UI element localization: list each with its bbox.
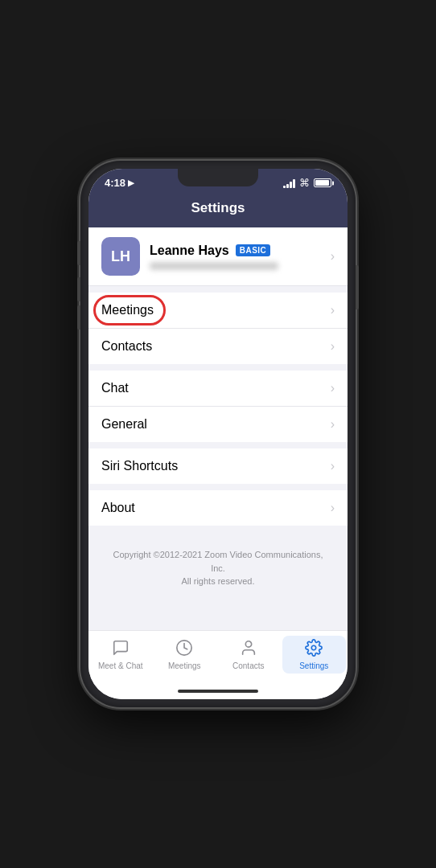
settings-tab-label: Settings [299,661,328,670]
meet-chat-label: Meet & Chat [98,661,143,670]
home-bar [178,690,258,693]
meetings-label: Meetings [101,303,154,317]
meetings-tab-label: Meetings [168,661,201,670]
svg-point-1 [245,641,251,647]
contacts-label: Contacts [101,339,152,354]
menu-item-contacts[interactable]: Contacts › [88,329,348,364]
contacts-tab-icon [240,639,257,660]
signal-icon [283,178,295,188]
about-chevron-icon: › [331,501,335,515]
wifi-icon: ⌘ [299,177,310,189]
avatar: LH [101,237,140,276]
notch [178,169,258,186]
tab-settings[interactable]: Settings [282,636,347,674]
menu-item-siri[interactable]: Siri Shortcuts › [88,448,348,484]
status-time: 4:18 ▶ [105,177,134,189]
profile-info: Leanne Hays BASIC [150,244,324,270]
page-title: Settings [191,200,245,215]
menu-section-1: Meetings › Contacts › [88,293,348,364]
settings-tab-icon [305,639,323,660]
time-display: 4:18 [105,177,125,189]
siri-label: Siri Shortcuts [101,459,178,473]
meet-chat-icon [112,639,130,660]
profile-name: Leanne Hays [150,244,229,258]
chat-chevron-icon: › [331,381,335,395]
profile-chevron-icon: › [331,249,335,264]
footer-copyright: Copyright ©2012-2021 Zoom Video Communic… [88,532,348,604]
location-icon: ▶ [128,178,134,187]
contacts-chevron-icon: › [331,339,335,354]
general-chevron-icon: › [331,417,335,432]
general-label: General [101,417,147,432]
svg-point-2 [312,645,317,650]
siri-chevron-icon: › [331,459,335,473]
about-label: About [101,501,135,515]
status-icons: ⌘ [283,177,331,189]
tab-contacts[interactable]: Contacts [216,636,281,674]
meetings-chevron-icon: › [331,303,335,317]
menu-item-about[interactable]: About › [88,490,348,526]
home-indicator [88,686,348,699]
menu-section-3: Siri Shortcuts › [88,448,348,484]
phone-frame: 4:18 ▶ ⌘ Settings [80,161,356,707]
profile-email-blurred [150,262,278,270]
menu-section-2: Chat › General › [88,371,348,442]
avatar-initials: LH [111,248,130,265]
menu-item-general[interactable]: General › [88,407,348,442]
menu-item-chat[interactable]: Chat › [88,371,348,407]
tab-meet-chat[interactable]: Meet & Chat [88,636,153,674]
menu-item-meetings[interactable]: Meetings › [88,293,348,329]
profile-row[interactable]: LH Leanne Hays BASIC › [88,227,348,286]
contacts-tab-label: Contacts [232,661,264,670]
nav-header: Settings [88,194,348,227]
meetings-tab-icon [175,639,193,660]
tab-bar: Meet & Chat Meetings C [88,630,348,686]
tab-meetings[interactable]: Meetings [153,636,217,674]
menu-section-4: About › [88,490,348,526]
chat-label: Chat [101,381,129,395]
plan-badge: BASIC [236,244,271,256]
profile-section: LH Leanne Hays BASIC › [88,227,348,286]
settings-content: LH Leanne Hays BASIC › Meetings [88,227,348,630]
battery-icon [314,178,331,187]
phone-screen: 4:18 ▶ ⌘ Settings [88,169,348,699]
